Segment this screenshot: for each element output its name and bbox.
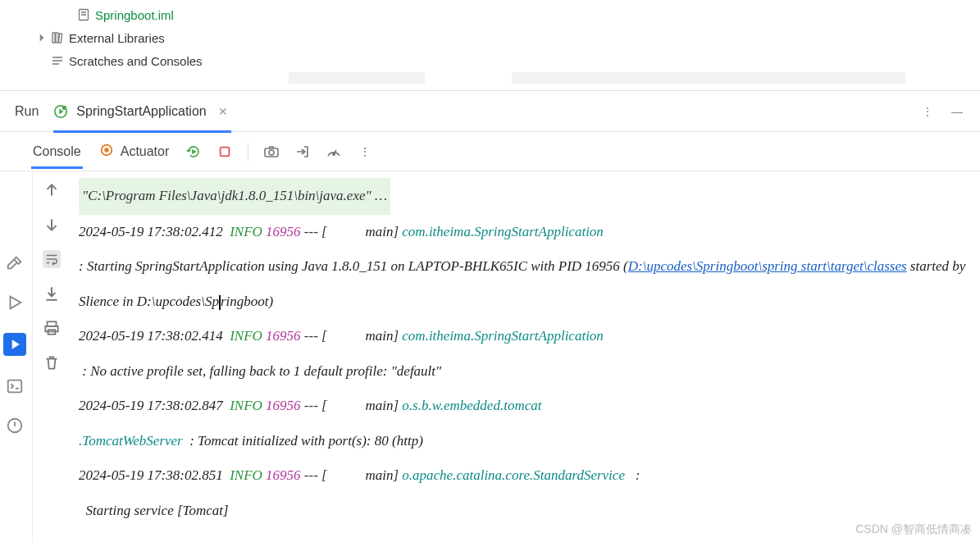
scroll-track[interactable] — [289, 72, 425, 84]
play-debug-icon[interactable] — [6, 294, 24, 312]
path-link[interactable]: D:\upcodes\Springboot\spring start\targe… — [628, 258, 907, 274]
hammer-icon[interactable] — [6, 254, 24, 272]
run-header: Run SpringStartApplication ✕ ⋮ — — [0, 91, 980, 132]
toolbar-icons: ⋮ — [185, 143, 373, 161]
print-icon[interactable] — [43, 319, 61, 337]
activity-bar — [0, 254, 30, 435]
tree-scratches[interactable]: Scratches and Consoles — [0, 49, 980, 72]
svg-rect-2 — [8, 380, 22, 393]
trash-icon[interactable] — [43, 353, 61, 371]
actuator-label: Actuator — [121, 144, 170, 159]
actuator-icon — [99, 143, 114, 161]
svg-rect-13 — [221, 147, 230, 156]
tab-console[interactable]: Console — [31, 134, 83, 169]
tree-file-label: Springboot.iml — [95, 8, 174, 22]
svg-rect-7 — [58, 34, 62, 43]
log-line: .TomcatWebServer : Tomcat initialized wi… — [79, 424, 972, 459]
camera-icon[interactable] — [263, 143, 280, 160]
project-tree: Springboot.iml External Libraries Scratc… — [0, 0, 980, 91]
svg-marker-0 — [11, 297, 21, 309]
tree-file-iml[interactable]: Springboot.iml — [0, 3, 980, 26]
chevron-right-icon — [36, 32, 48, 43]
separator — [248, 143, 248, 161]
library-icon — [51, 31, 64, 44]
run-header-actions: ⋮ — — [919, 103, 965, 120]
minimize-icon[interactable]: — — [949, 103, 965, 120]
run-tool-icon[interactable] — [3, 333, 26, 356]
problems-icon[interactable] — [6, 417, 24, 435]
soft-wrap-icon[interactable] — [43, 250, 61, 268]
scratches-icon — [51, 54, 64, 67]
arrow-up-icon[interactable] — [43, 181, 61, 199]
console-toolbar: Console Actuator ⋮ — [0, 132, 980, 171]
more-vertical-icon[interactable]: ⋮ — [919, 103, 936, 120]
command-line: "C:\Program Files\Java\jdk1.8.0_151\bin\… — [79, 178, 390, 215]
console-area: "C:\Program Files\Java\jdk1.8.0_151\bin\… — [0, 171, 980, 542]
svg-rect-5 — [52, 33, 55, 43]
log-line: Starting service [Tomcat] — [79, 494, 972, 529]
svg-point-11 — [105, 148, 108, 152]
svg-point-16 — [333, 153, 335, 154]
log-line: : Starting SpringStartApplication using … — [79, 249, 972, 319]
svg-point-15 — [269, 150, 274, 155]
file-icon — [77, 8, 90, 21]
exit-icon[interactable] — [294, 143, 311, 160]
log-line: 2024-05-19 17:38:02.851 INFO 16956 --- [… — [79, 458, 972, 494]
console-side-actions — [33, 171, 71, 542]
console-output[interactable]: "C:\Program Files\Java\jdk1.8.0_151\bin\… — [71, 171, 980, 542]
stop-icon[interactable] — [217, 143, 233, 160]
tab-actuator[interactable]: Actuator — [99, 143, 170, 161]
run-tab-name: SpringStartApplication — [76, 104, 206, 119]
svg-point-9 — [62, 105, 66, 109]
log-line: 2024-05-19 17:38:02.412 INFO 16956 --- [… — [79, 215, 972, 250]
close-icon[interactable]: ✕ — [215, 103, 231, 120]
scroll-tracks — [0, 72, 980, 84]
arrow-down-icon[interactable] — [43, 216, 61, 234]
scroll-track[interactable] — [512, 72, 905, 84]
tree-node-label: External Libraries — [69, 31, 165, 45]
scroll-to-end-icon[interactable] — [43, 285, 61, 303]
run-tab[interactable]: SpringStartApplication ✕ — [53, 91, 230, 132]
run-label: Run — [15, 104, 39, 119]
tree-external-libraries[interactable]: External Libraries — [0, 26, 980, 49]
svg-marker-1 — [12, 339, 20, 349]
spring-run-icon — [53, 104, 68, 119]
watermark: CSDN @智商低情商凑 — [855, 522, 972, 537]
rerun-icon[interactable] — [185, 143, 202, 160]
svg-marker-12 — [192, 149, 197, 154]
log-line: : No active profile set, falling back to… — [79, 354, 972, 389]
svg-rect-18 — [45, 326, 57, 332]
tree-node-label: Scratches and Consoles — [69, 54, 203, 68]
log-line: 2024-05-19 17:38:02.847 INFO 16956 --- [… — [79, 389, 972, 424]
log-line: 2024-05-19 17:38:02.414 INFO 16956 --- [… — [79, 319, 972, 354]
terminal-icon[interactable] — [6, 377, 24, 395]
svg-rect-6 — [56, 33, 58, 43]
gauge-icon[interactable] — [326, 143, 342, 160]
more-vertical-icon[interactable]: ⋮ — [357, 143, 373, 160]
